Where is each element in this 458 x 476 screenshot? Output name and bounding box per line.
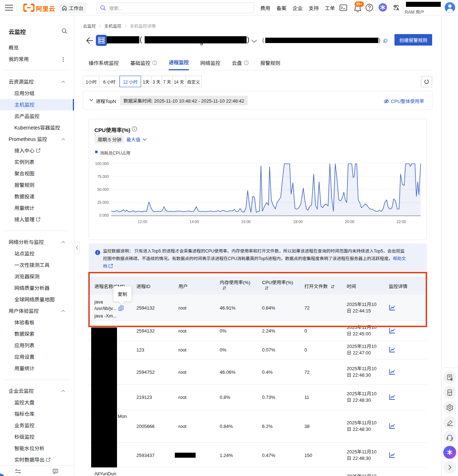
svg-text:12:00: 12:00 (138, 220, 147, 224)
svg-text:75.000: 75.000 (97, 174, 109, 179)
svg-text:22:00: 22:00 (397, 220, 406, 224)
svg-text:16:00: 16:00 (241, 220, 251, 224)
svg-text:0.000: 0.000 (99, 213, 109, 217)
svg-text:50.000: 50.000 (97, 187, 109, 192)
svg-text:A: A (396, 7, 399, 11)
svg-text:14:00: 14:00 (190, 220, 199, 224)
svg-text:100.000: 100.000 (95, 161, 109, 166)
svg-text:20:00: 20:00 (345, 220, 354, 224)
svg-text:25.000: 25.000 (97, 200, 109, 204)
svg-text:APP: APP (448, 391, 452, 393)
svg-text:18:00: 18:00 (293, 220, 303, 224)
